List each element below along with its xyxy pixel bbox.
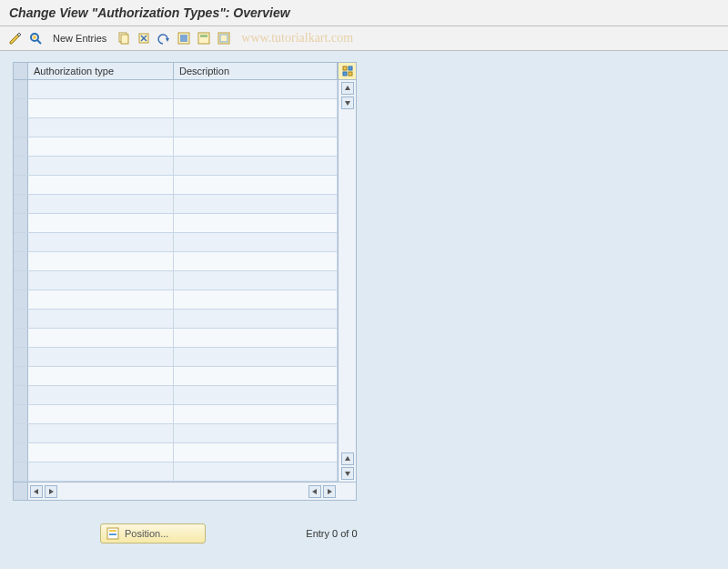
row-handle[interactable] [14, 118, 28, 137]
cell-description[interactable] [174, 214, 338, 232]
row-handle[interactable] [14, 137, 28, 156]
cell-description[interactable] [174, 424, 338, 442]
grid-settings-button[interactable] [338, 63, 356, 79]
row-handle[interactable] [14, 443, 28, 462]
table-row[interactable] [14, 176, 338, 195]
cell-description[interactable] [174, 271, 338, 290]
horizontal-scrollbar[interactable] [28, 485, 338, 498]
cell-description[interactable] [174, 195, 338, 213]
cell-authorization-type[interactable] [28, 176, 174, 194]
change-icon[interactable] [7, 30, 24, 46]
cell-authorization-type[interactable] [28, 214, 174, 232]
row-handle[interactable] [14, 176, 28, 194]
cell-description[interactable] [174, 386, 338, 404]
row-handle[interactable] [14, 405, 28, 423]
table-row[interactable] [14, 195, 338, 214]
row-handle[interactable] [14, 462, 28, 481]
table-row[interactable] [14, 252, 338, 271]
cell-description[interactable] [174, 157, 338, 175]
select-all-icon[interactable] [176, 30, 192, 46]
scroll-up-button[interactable] [341, 82, 354, 95]
cell-authorization-type[interactable] [28, 443, 174, 462]
table-row[interactable] [14, 214, 338, 233]
scroll-down-bottom-button[interactable] [341, 467, 354, 480]
cell-description[interactable] [174, 137, 338, 156]
cell-authorization-type[interactable] [28, 157, 174, 175]
cell-description[interactable] [174, 290, 338, 309]
cell-authorization-type[interactable] [28, 271, 174, 290]
deselect-all-icon[interactable] [216, 30, 232, 46]
cell-authorization-type[interactable] [28, 367, 174, 385]
scroll-up-bottom-button[interactable] [341, 452, 354, 465]
table-row[interactable] [14, 118, 338, 137]
row-handle[interactable] [14, 310, 28, 328]
row-handle[interactable] [14, 329, 28, 347]
table-row[interactable] [14, 405, 338, 424]
cell-description[interactable] [174, 118, 338, 137]
cell-description[interactable] [174, 462, 338, 481]
new-entries-button[interactable]: New Entries [47, 31, 112, 46]
cell-description[interactable] [174, 329, 338, 347]
table-row[interactable] [14, 329, 338, 348]
undo-icon[interactable] [156, 30, 172, 46]
cell-authorization-type[interactable] [28, 329, 174, 347]
table-row[interactable] [14, 386, 338, 405]
table-row[interactable] [14, 310, 338, 329]
cell-authorization-type[interactable] [28, 118, 174, 137]
scroll-left-end-button[interactable] [308, 485, 321, 498]
cell-authorization-type[interactable] [28, 195, 174, 213]
cell-description[interactable] [174, 99, 338, 117]
cell-description[interactable] [174, 80, 338, 98]
cell-authorization-type[interactable] [28, 386, 174, 404]
row-handle[interactable] [14, 99, 28, 117]
row-handle[interactable] [14, 367, 28, 385]
cell-authorization-type[interactable] [28, 462, 174, 481]
select-block-icon[interactable] [196, 30, 212, 46]
cell-authorization-type[interactable] [28, 252, 174, 270]
cell-authorization-type[interactable] [28, 80, 174, 98]
cell-authorization-type[interactable] [28, 424, 174, 442]
row-handle[interactable] [14, 386, 28, 404]
row-handle[interactable] [14, 157, 28, 175]
copy-icon[interactable] [116, 30, 132, 46]
cell-description[interactable] [174, 443, 338, 462]
scroll-right-button[interactable] [45, 485, 57, 498]
table-row[interactable] [14, 157, 338, 176]
row-handle[interactable] [14, 252, 28, 270]
scroll-right-end-button[interactable] [323, 485, 336, 498]
cell-authorization-type[interactable] [28, 137, 174, 156]
cell-description[interactable] [174, 405, 338, 423]
cell-description[interactable] [174, 252, 338, 270]
table-row[interactable] [14, 271, 338, 290]
cell-authorization-type[interactable] [28, 348, 174, 366]
table-row[interactable] [14, 80, 338, 99]
table-row[interactable] [14, 462, 338, 482]
row-handle[interactable] [14, 348, 28, 366]
cell-authorization-type[interactable] [28, 310, 174, 328]
row-handle[interactable] [14, 424, 28, 442]
column-header-description[interactable]: Description [174, 63, 338, 79]
table-row[interactable] [14, 137, 338, 157]
cell-authorization-type[interactable] [28, 405, 174, 423]
scroll-down-button[interactable] [341, 97, 354, 109]
row-handle[interactable] [14, 233, 28, 251]
row-handle[interactable] [14, 195, 28, 213]
cell-authorization-type[interactable] [28, 99, 174, 117]
cell-authorization-type[interactable] [28, 290, 174, 309]
scroll-left-button[interactable] [30, 485, 43, 498]
vertical-scrollbar[interactable] [338, 80, 356, 482]
table-row[interactable] [14, 290, 338, 310]
row-handle[interactable] [14, 214, 28, 232]
cell-description[interactable] [174, 367, 338, 385]
delete-icon[interactable] [136, 30, 152, 46]
display-icon[interactable] [27, 30, 44, 46]
cell-description[interactable] [174, 233, 338, 251]
table-row[interactable] [14, 424, 338, 443]
table-row[interactable] [14, 348, 338, 367]
table-row[interactable] [14, 99, 338, 118]
cell-description[interactable] [174, 310, 338, 328]
cell-description[interactable] [174, 348, 338, 366]
cell-description[interactable] [174, 176, 338, 194]
row-handle[interactable] [14, 290, 28, 309]
row-handle[interactable] [14, 80, 28, 98]
